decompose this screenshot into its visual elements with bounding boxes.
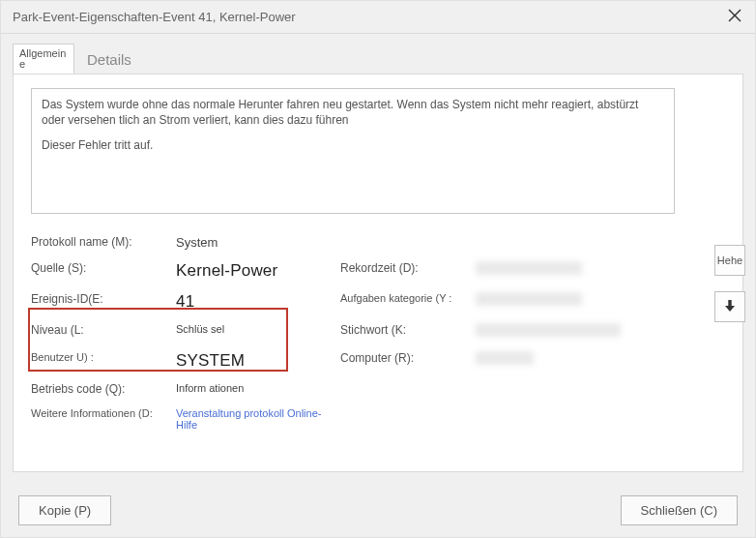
down-arrow-button[interactable] [714,291,745,322]
close-icon[interactable] [726,7,743,27]
svg-marker-3 [725,306,735,312]
dialog-body: Allgemeine Details Das System wurde ohne… [1,34,755,484]
tab-general[interactable]: Allgemeine [13,44,74,75]
link-online-help[interactable]: Veranstaltung protokoll Online-Hilfe [176,407,331,431]
value-keyword [476,323,621,337]
details-grid: Protokoll name (M): System Quelle (S): K… [31,235,675,431]
general-panel: Das System wurde ohne das normale Herunt… [13,74,743,472]
side-buttons: Hehe [714,245,745,322]
svg-rect-2 [728,300,731,307]
label-eventid: Ereignis-ID(E: [31,292,166,306]
label-level: Niveau (L: [31,323,166,337]
value-eventid: 41 [176,292,331,312]
copy-button[interactable]: Kopie (P) [18,495,111,525]
label-opcode: Betriebs code (Q): [31,382,166,396]
value-user: SYSTEM [176,351,331,371]
dialog-window: Park-Event-Eigenschaften-Event 41, Kerne… [0,0,756,538]
value-recordtime [476,261,582,275]
tab-details[interactable]: Details [74,45,144,75]
description-line2: Dieser Fehler tritt auf. [42,137,664,153]
label-recordtime: Rekordzeit (D): [340,261,466,275]
value-source: Kernel-Power [176,261,331,281]
label-moreinfo: Weitere Informationen (D: [31,407,166,419]
arrow-down-icon [723,299,737,314]
dialog-footer: Kopie (P) Schließen (C) [1,484,755,537]
value-opcode: Inform ationen [176,382,331,394]
value-level: Schlüs sel [176,323,331,335]
label-keyword: Stichwort (K: [340,323,466,337]
window-title: Park-Event-Eigenschaften-Event 41, Kerne… [13,10,296,24]
hehe-button[interactable]: Hehe [714,245,745,276]
value-computer [476,351,534,365]
label-user: Benutzer U) : [31,351,166,363]
tabstrip: Allgemeine Details [13,44,743,75]
label-logname: Protokoll name (M): [31,235,166,249]
description-line1: Das System wurde ohne das normale Herunt… [42,97,664,128]
value-taskcat [476,292,582,306]
close-button[interactable]: Schließen (C) [621,495,738,525]
titlebar: Park-Event-Eigenschaften-Event 41, Kerne… [1,1,755,34]
description-textbox[interactable]: Das System wurde ohne das normale Herunt… [31,88,675,214]
label-source: Quelle (S): [31,261,166,275]
label-computer: Computer (R): [340,351,466,365]
value-logname: System [176,235,331,250]
label-taskcat: Aufgaben kategorie (Y : [340,292,466,304]
